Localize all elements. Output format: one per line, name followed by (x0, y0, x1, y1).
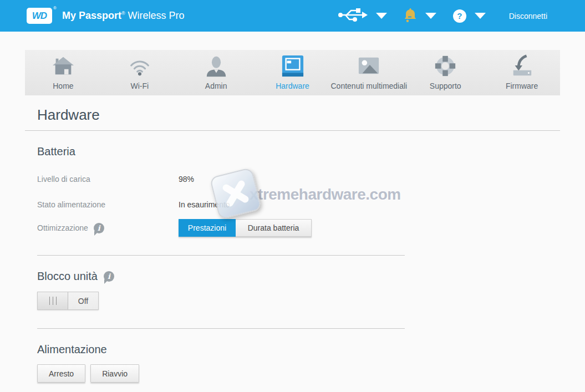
page-content: Batteria Livello di carica 98% Stato ali… (25, 145, 560, 383)
power-buttons-row: Arresto Riavvio (37, 364, 548, 383)
bell-icon (404, 7, 417, 25)
chevron-down-icon (475, 13, 486, 19)
firmware-icon (510, 52, 533, 78)
hardware-icon (281, 52, 304, 78)
toggle-handle[interactable] (38, 292, 68, 309)
charge-level-value: 98% (179, 175, 194, 184)
nav-item-admin[interactable]: Admin (178, 50, 255, 95)
help-menu[interactable]: ? (453, 9, 486, 23)
toggle-state-label: Off (68, 292, 98, 309)
drive-lock-heading-text: Blocco unità (37, 270, 98, 283)
alerts-menu[interactable] (404, 7, 436, 25)
header-actions: ? Disconnetti (321, 6, 585, 26)
charge-level-row: Livello di carica 98% (37, 175, 548, 184)
optimization-label: Ottimizzazione (37, 223, 88, 232)
battery-section-heading: Batteria (37, 145, 548, 158)
support-icon (434, 52, 457, 78)
power-section-heading: Alimentazione (37, 343, 548, 356)
optimization-segmented-control: Prestazioni Durata batteria (179, 219, 312, 237)
main-nav: Home Wi-Fi Admin (25, 50, 560, 95)
nav-item-hardware[interactable]: Hardware (255, 50, 331, 95)
nav-item-firmware[interactable]: Firmware (484, 50, 560, 95)
info-icon[interactable]: i (94, 223, 104, 233)
page-container: Home Wi-Fi Admin (25, 50, 560, 383)
nav-label: Firmware (506, 82, 538, 90)
disconnect-link[interactable]: Disconnetti (509, 12, 547, 21)
drive-lock-toggle[interactable]: Off (37, 292, 99, 310)
nav-label: Home (53, 82, 73, 90)
power-state-row: Stato alimentazione In esaurimento (37, 200, 548, 209)
performance-option-button[interactable]: Prestazioni (179, 219, 236, 237)
info-icon[interactable]: i (104, 271, 114, 282)
home-icon (52, 52, 75, 78)
nav-label: Wi-Fi (130, 82, 149, 90)
power-state-value: In esaurimento (179, 200, 230, 209)
nav-label: Hardware (276, 82, 309, 90)
help-icon: ? (453, 9, 466, 23)
optimization-row: Ottimizzazione i Prestazioni Durata batt… (37, 219, 548, 237)
product-title: My Passport® Wireless Pro (62, 10, 185, 22)
divider (37, 255, 405, 256)
charge-level-label: Livello di carica (37, 175, 179, 184)
power-state-label: Stato alimentazione (37, 200, 179, 209)
wd-logo-text: WD (32, 11, 47, 22)
media-icon (357, 52, 380, 78)
nav-label: Supporto (430, 82, 461, 90)
divider (25, 130, 560, 131)
wd-logo: WD (27, 8, 52, 24)
wifi-icon (128, 52, 151, 78)
logo-registered-mark: ® (53, 6, 57, 11)
grip-line (56, 297, 57, 305)
nav-item-wifi[interactable]: Wi-Fi (101, 50, 178, 95)
divider (37, 328, 405, 329)
reboot-button[interactable]: Riavvio (90, 364, 139, 383)
usb-menu[interactable] (338, 6, 387, 26)
nav-item-home[interactable]: Home (25, 50, 101, 95)
battery-life-option-button[interactable]: Durata batteria (236, 219, 312, 237)
chevron-down-icon (425, 13, 436, 19)
app-header: WD ® My Passport® Wireless Pro (0, 0, 585, 32)
drive-lock-section-heading: Blocco unità i (37, 270, 548, 283)
page-title: Hardware (37, 106, 560, 124)
usb-icon (338, 6, 368, 26)
chevron-down-icon (376, 13, 387, 19)
shutdown-button[interactable]: Arresto (37, 364, 85, 383)
nav-label: Contenuti multimediali (331, 82, 408, 90)
nav-label: Admin (205, 82, 227, 90)
admin-icon (205, 52, 228, 78)
optimization-label-wrap: Ottimizzazione i (37, 223, 179, 233)
nav-item-support[interactable]: Supporto (407, 50, 484, 95)
grip-line (49, 297, 50, 305)
nav-item-media[interactable]: Contenuti multimediali (330, 50, 407, 95)
grip-line (53, 297, 53, 305)
